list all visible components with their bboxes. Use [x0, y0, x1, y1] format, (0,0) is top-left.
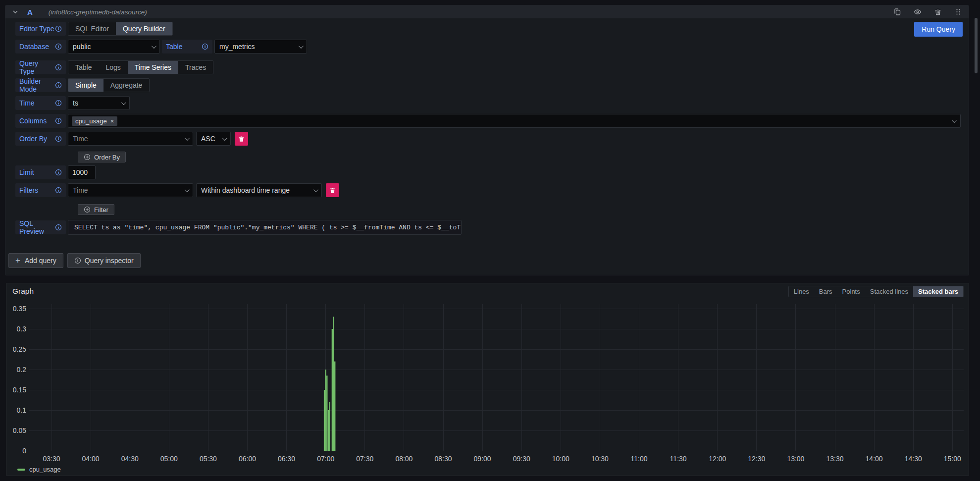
column-tag-label: cpu_usage: [75, 117, 107, 125]
circle-plus-icon: [84, 154, 91, 160]
bar-07:05[interactable]: [332, 329, 333, 451]
svg-text:11:30: 11:30: [670, 455, 687, 463]
bar-07:03[interactable]: [329, 402, 330, 451]
bar-07:01[interactable]: [326, 375, 327, 451]
editor-type-toggle: SQL EditorQuery Builder: [68, 22, 173, 36]
info-icon[interactable]: [55, 82, 62, 89]
legend-series-name[interactable]: cpu_usage: [29, 466, 61, 473]
svg-text:15:00: 15:00: [944, 455, 961, 463]
option-stacked-lines[interactable]: Stacked lines: [865, 286, 913, 297]
bar-07:02[interactable]: [328, 410, 329, 451]
chevron-down-icon: [185, 187, 190, 192]
info-icon[interactable]: [55, 25, 62, 32]
info-icon[interactable]: [55, 187, 62, 194]
chevron-down-icon: [121, 100, 126, 105]
svg-text:08:30: 08:30: [434, 455, 452, 463]
table-select-value: my_metrics: [219, 43, 255, 51]
add-order-by-label: Order By: [94, 154, 120, 161]
order-by-direction-value: ASC: [201, 135, 215, 143]
chevron-down-icon: [152, 44, 156, 49]
builder-mode-toggle: SimpleAggregate: [68, 78, 150, 92]
svg-text:12:00: 12:00: [709, 455, 726, 463]
option-query-builder[interactable]: Query Builder: [116, 22, 172, 35]
sql-preview-text: SELECT ts as "time", cpu_usage FROM "pub…: [68, 220, 462, 235]
info-icon[interactable]: [55, 100, 62, 107]
trash-icon: [329, 187, 336, 194]
bar-07:07[interactable]: [334, 362, 335, 451]
svg-text:07:00: 07:00: [317, 455, 334, 463]
option-aggregate[interactable]: Aggregate: [103, 79, 150, 92]
duplicate-query-icon[interactable]: [893, 8, 902, 16]
table-label-text: Table: [166, 43, 182, 51]
database-select[interactable]: public: [68, 40, 160, 53]
viz-mode-toggle: LinesBarsPointsStacked linesStacked bars: [788, 286, 964, 297]
query-row-header: A (info8fcc-greptimedb-datasource): [5, 5, 969, 18]
trash-icon: [238, 136, 245, 142]
option-sql-editor[interactable]: SQL Editor: [68, 22, 116, 35]
svg-text:13:30: 13:30: [826, 455, 843, 463]
bar-06:59[interactable]: [324, 390, 325, 451]
query-type-label-text: Query Type: [19, 59, 55, 75]
info-icon[interactable]: [55, 169, 62, 176]
order-by-delete-button[interactable]: [235, 132, 248, 146]
bar-07:06[interactable]: [333, 317, 334, 451]
page-scrollbar[interactable]: [975, 18, 978, 73]
option-table[interactable]: Table: [68, 61, 99, 74]
svg-text:07:30: 07:30: [356, 455, 373, 463]
drag-handle-icon[interactable]: [954, 8, 963, 16]
graph-canvas[interactable]: 00.050.10.150.20.250.30.3503:3004:0004:3…: [7, 299, 968, 466]
query-type-label: Query Type: [15, 60, 66, 74]
remove-tag-icon[interactable]: ×: [110, 118, 114, 124]
filter-delete-button[interactable]: [326, 183, 339, 197]
info-icon[interactable]: [55, 117, 62, 124]
option-logs[interactable]: Logs: [99, 61, 127, 74]
option-stacked-bars[interactable]: Stacked bars: [913, 286, 963, 297]
query-inspector-button[interactable]: Query inspector: [67, 253, 141, 268]
table-select[interactable]: my_metrics: [214, 40, 307, 53]
svg-text:05:30: 05:30: [200, 455, 217, 463]
limit-input[interactable]: [68, 165, 96, 179]
option-bars[interactable]: Bars: [814, 286, 837, 297]
option-traces[interactable]: Traces: [178, 61, 213, 74]
info-icon[interactable]: [55, 64, 62, 71]
table-label: Table: [162, 40, 212, 53]
svg-text:14:30: 14:30: [905, 455, 922, 463]
time-column-select[interactable]: ts: [68, 96, 130, 110]
option-time-series[interactable]: Time Series: [128, 61, 178, 74]
columns-multiselect[interactable]: cpu_usage ×: [68, 114, 961, 128]
order-by-column-select[interactable]: Time: [68, 132, 193, 146]
info-icon[interactable]: [202, 43, 208, 50]
order-by-direction-select[interactable]: ASC: [196, 132, 231, 146]
option-simple[interactable]: Simple: [68, 79, 103, 92]
run-query-button[interactable]: Run Query: [914, 22, 963, 37]
option-lines[interactable]: Lines: [789, 286, 814, 297]
collapse-chevron-icon[interactable]: [11, 8, 19, 16]
sql-preview-label-text: SQL Preview: [19, 219, 55, 235]
filter-column-select[interactable]: Time: [68, 183, 193, 197]
info-circle-icon: [74, 257, 81, 264]
info-icon[interactable]: [55, 224, 62, 231]
bar-07:00[interactable]: [325, 370, 326, 451]
remove-query-trash-icon[interactable]: [934, 8, 942, 16]
row-sql-preview: SQL Preview SELECT ts as "time", cpu_usa…: [15, 220, 961, 235]
query-ref-id[interactable]: A: [27, 8, 33, 16]
sql-preview-label: SQL Preview: [15, 220, 66, 234]
filter-condition-select[interactable]: Within dashboard time range: [196, 183, 322, 197]
limit-label: Limit: [15, 165, 66, 179]
add-filter-button[interactable]: Filter: [78, 204, 114, 215]
graph-panel: Graph LinesBarsPointsStacked linesStacke…: [6, 283, 969, 476]
add-order-by-button[interactable]: Order By: [78, 152, 126, 162]
row-query-type: Query Type TableLogsTime SeriesTraces: [15, 60, 961, 74]
info-icon[interactable]: [55, 135, 62, 142]
option-points[interactable]: Points: [837, 286, 865, 297]
legend-swatch[interactable]: [17, 469, 25, 471]
add-query-label: Add query: [25, 257, 56, 265]
add-query-button[interactable]: + Add query: [8, 253, 63, 268]
info-icon[interactable]: [55, 43, 62, 50]
query-inspector-label: Query inspector: [85, 257, 134, 265]
svg-text:0.35: 0.35: [13, 305, 26, 313]
row-filters: Filters Time Within dashboard time range: [15, 183, 961, 197]
time-select-value: ts: [73, 99, 78, 107]
svg-text:10:00: 10:00: [552, 455, 569, 463]
hide-response-eye-icon[interactable]: [914, 8, 922, 16]
